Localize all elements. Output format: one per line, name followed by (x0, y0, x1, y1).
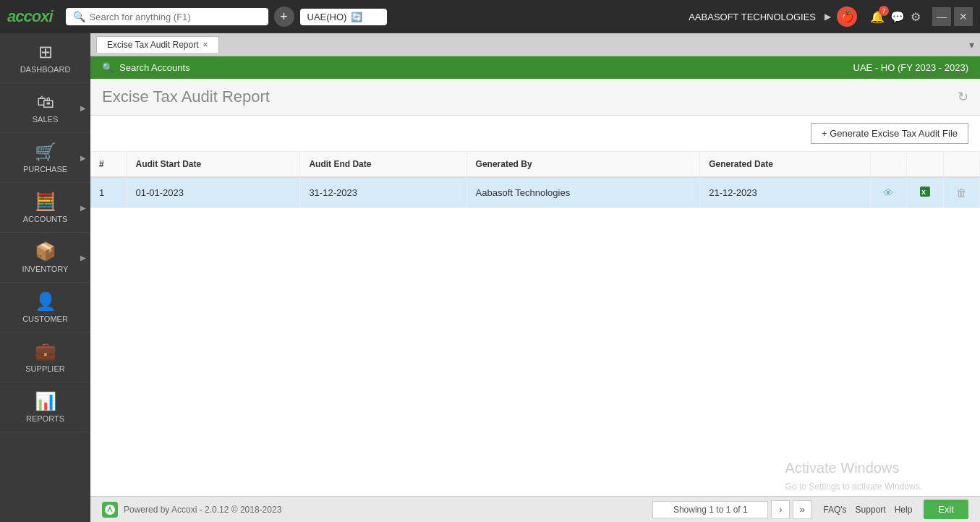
sidebar-item-supplier[interactable]: 💼 SUPPLIER (0, 333, 90, 382)
report-title-bar: Excise Tax Audit Report ↻ (90, 79, 980, 116)
svg-point-2 (105, 505, 115, 515)
inventory-icon: 📦 (35, 241, 56, 262)
cell-num: 1 (90, 177, 127, 208)
sidebar-item-sales[interactable]: 🛍 SALES ▶ (0, 83, 90, 133)
sidebar-label-dashboard: DASHBOARD (20, 65, 71, 74)
faq-link[interactable]: FAQ's (823, 505, 846, 515)
tab-excise-tax-audit[interactable]: Excise Tax Audit Report × (96, 36, 219, 53)
notification-badge: 7 (879, 6, 889, 16)
tab-label: Excise Tax Audit Report (107, 40, 199, 50)
settings-icon[interactable]: ⚙ (911, 10, 921, 24)
chat-icon[interactable]: 💬 (890, 10, 905, 24)
purchase-arrow-icon: ▶ (80, 154, 86, 162)
generate-excise-btn[interactable]: + Generate Excise Tax Audit File (811, 123, 968, 144)
search-accounts-btn[interactable]: 🔍 Search Accounts (102, 62, 190, 73)
search-input[interactable] (90, 12, 249, 22)
sidebar-item-reports[interactable]: 📊 REPORTS (0, 382, 90, 432)
report-title: Excise Tax Audit Report (102, 87, 270, 106)
cell-view-action[interactable]: 👁 (871, 177, 907, 208)
bottom-links: FAQ's Support Help (823, 505, 912, 515)
support-link[interactable]: Support (856, 505, 886, 515)
audit-table: # Audit Start Date Audit End Date Genera… (90, 152, 980, 208)
cell-generated-by: Aabasoft Technologies (466, 177, 700, 208)
reports-icon: 📊 (35, 391, 56, 411)
window-controls: — ✕ (932, 7, 973, 26)
sales-icon: 🛍 (37, 92, 54, 112)
table-header-row: # Audit Start Date Audit End Date Genera… (90, 152, 980, 177)
add-button[interactable]: + (274, 7, 294, 27)
green-header: 🔍 Search Accounts UAE - HO (FY 2023 - 20… (90, 56, 980, 79)
accounts-arrow-icon: ▶ (80, 204, 86, 212)
exit-button[interactable]: Exit (924, 500, 968, 519)
cell-excel-action[interactable]: X (907, 177, 944, 208)
col-num: # (90, 152, 127, 177)
view-button[interactable]: 👁 (879, 185, 898, 200)
delete-button[interactable]: 🗑 (953, 185, 971, 200)
main-layout: ⊞ DASHBOARD 🛍 SALES ▶ 🛒 PURCHASE ▶ 🧮 ACC… (0, 33, 980, 522)
accounts-icon: 🧮 (35, 192, 56, 212)
refresh-icon[interactable]: 🔄 (351, 12, 362, 22)
minimize-button[interactable]: — (932, 7, 951, 26)
sidebar-item-inventory[interactable]: 📦 INVENTORY ▶ (0, 233, 90, 283)
tab-bar: Excise Tax Audit Report × ▾ (90, 33, 980, 56)
col-delete (944, 152, 980, 177)
sidebar-label-customer: CUSTOMER (22, 315, 68, 323)
page-info: Showing 1 to 1 of 1 (652, 501, 768, 518)
sidebar-label-reports: REPORTS (26, 414, 64, 423)
sidebar-item-purchase[interactable]: 🛒 PURCHASE ▶ (0, 133, 90, 183)
next-page-button[interactable]: › (771, 500, 790, 519)
tab-close-button[interactable]: × (203, 40, 208, 50)
help-link[interactable]: Help (895, 505, 913, 515)
toolbar: + Generate Excise Tax Audit File (90, 116, 980, 152)
col-excel (907, 152, 944, 177)
sidebar-label-sales: SALES (33, 115, 58, 124)
table-wrap: # Audit Start Date Audit End Date Genera… (90, 152, 980, 496)
close-button[interactable]: ✕ (954, 7, 973, 26)
region-selector[interactable]: UAE(HO) 🔄 (300, 9, 387, 25)
sidebar-item-dashboard[interactable]: ⊞ DASHBOARD (0, 33, 90, 83)
pagination: Showing 1 to 1 of 1 › » (652, 500, 811, 519)
top-icons: 🔔 7 💬 ⚙ (870, 10, 921, 24)
user-avatar[interactable]: 🍎 (837, 7, 857, 27)
col-audit-end: Audit End Date (300, 152, 466, 177)
dashboard-icon: ⊞ (38, 42, 53, 62)
search-accounts-icon: 🔍 (102, 62, 114, 73)
search-icon: 🔍 (73, 11, 85, 22)
cell-audit-start: 01-01-2023 (127, 177, 300, 208)
content-area: Excise Tax Audit Report × ▾ 🔍 Search Acc… (90, 33, 980, 522)
sidebar-item-customer[interactable]: 👤 CUSTOMER (0, 283, 90, 333)
cell-generated-date: 21-12-2023 (700, 177, 871, 208)
purchase-icon: 🛒 (35, 142, 56, 162)
sidebar-label-inventory: INVENTORY (22, 265, 69, 273)
sidebar-label-accounts: ACCOUNTS (23, 215, 68, 223)
col-view (871, 152, 907, 177)
col-generated-date: Generated Date (700, 152, 871, 177)
sidebar-label-purchase: PURCHASE (23, 165, 67, 174)
powered-by: Powered by Accoxi - 2.0.12 © 2018-2023 (102, 502, 281, 518)
cell-audit-end: 31-12-2023 (300, 177, 466, 208)
search-accounts-label: Search Accounts (119, 62, 190, 73)
footer-bar: Powered by Accoxi - 2.0.12 © 2018-2023 S… (90, 496, 980, 522)
sidebar-item-accounts[interactable]: 🧮 ACCOUNTS ▶ (0, 183, 90, 233)
table-row: 1 01-01-2023 31-12-2023 Aabasoft Technol… (90, 177, 980, 208)
refresh-report-icon[interactable]: ↻ (958, 89, 968, 105)
period-label: UAE - HO (FY 2023 - 2023) (853, 62, 968, 73)
top-bar: accoxi 🔍 + UAE(HO) 🔄 AABASOFT TECHNOLOGI… (0, 0, 980, 33)
search-box[interactable]: 🔍 (66, 8, 268, 25)
notification-icon[interactable]: 🔔 7 (870, 10, 885, 24)
app-logo: accoxi (7, 7, 53, 26)
last-page-button[interactable]: » (793, 500, 811, 519)
tab-scroll-arrow[interactable]: ▾ (969, 39, 974, 51)
accoxi-logo (102, 502, 118, 518)
region-label: UAE(HO) (307, 12, 347, 22)
footer-right: Showing 1 to 1 of 1 › » FAQ's Support He… (652, 500, 968, 519)
customer-icon: 👤 (35, 291, 56, 312)
sidebar: ⊞ DASHBOARD 🛍 SALES ▶ 🛒 PURCHASE ▶ 🧮 ACC… (0, 33, 90, 522)
cell-delete-action[interactable]: 🗑 (944, 177, 980, 208)
excel-button[interactable]: X (916, 184, 934, 201)
sidebar-label-supplier: SUPPLIER (25, 364, 64, 373)
svg-text:X: X (921, 189, 926, 196)
col-audit-start: Audit Start Date (127, 152, 300, 177)
company-arrow-icon: ▶ (825, 12, 831, 22)
col-generated-by: Generated By (466, 152, 700, 177)
